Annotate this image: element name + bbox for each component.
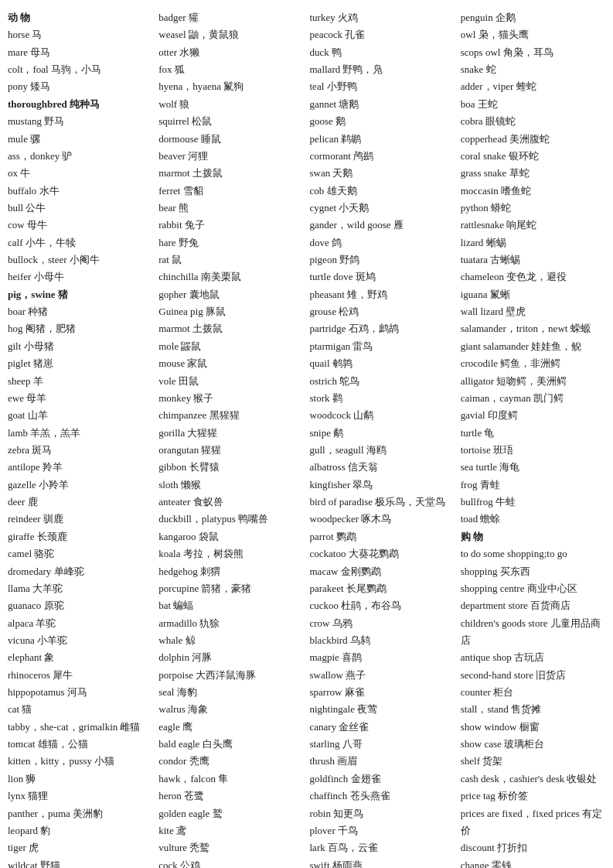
list-item: price tag 标价签: [461, 788, 605, 805]
list-item: kangaroo 袋鼠: [158, 528, 303, 545]
list-item: toad 蟾蜍: [461, 511, 605, 528]
list-item: wolf 狼: [158, 96, 303, 113]
list-item: turtle dove 斑鸠: [310, 268, 455, 285]
list-item: reindeer 驯鹿: [8, 511, 152, 528]
list-item: frog 青蛙: [461, 477, 605, 494]
list-item: horse 马: [8, 26, 152, 43]
list-item: golden eagle 鹫: [158, 805, 303, 822]
list-item: weasel 鼬，黄鼠狼: [158, 26, 303, 43]
list-item: albatross 信天翁: [310, 459, 455, 476]
list-item: pigeon 野鸽: [310, 251, 455, 268]
list-item: mallard 野鸭，凫: [310, 61, 455, 78]
list-item: parrot 鹦鹉: [310, 528, 455, 545]
list-item: cow 母牛: [8, 217, 152, 234]
list-item: elephant 象: [8, 649, 152, 666]
list-item: lizard 蜥蜴: [461, 234, 605, 251]
list-item: camel 骆驼: [8, 545, 152, 562]
list-item: alligator 短吻鳄，美洲鳄: [461, 373, 605, 390]
list-item: giant salamander 娃娃鱼，鲵: [461, 338, 605, 355]
list-item: mare 母马: [8, 44, 152, 61]
list-item: cockatoo 大葵花鹦鹉: [310, 545, 455, 562]
list-item: stall，stand 售货摊: [461, 701, 605, 718]
list-item: deer 鹿: [8, 494, 152, 511]
list-item: gorilla 大猩猩: [158, 425, 303, 442]
list-item: adder，viper 蝰蛇: [461, 78, 605, 95]
list-item: wildcat 野猫: [8, 857, 152, 868]
list-item: nightingale 夜莺: [310, 701, 455, 718]
list-item: rat 鼠: [158, 251, 303, 268]
list-item: kitten，kitty，pussy 小猫: [8, 753, 152, 770]
main-columns: 动 物horse 马mare 母马colt，foal 马驹，小马pony 矮马t…: [8, 9, 605, 868]
list-item: pony 矮马: [8, 78, 152, 95]
list-item: mule 骡: [8, 131, 152, 148]
list-item: whale 鲸: [158, 632, 303, 649]
list-item: parakeet 长尾鹦鹉: [310, 580, 455, 597]
list-item: mouse 家鼠: [158, 355, 303, 372]
list-item: children's goods store 儿童用品商店: [461, 615, 605, 650]
list-item: swallow 燕子: [310, 667, 455, 684]
list-item: woodpecker 啄木鸟: [310, 511, 455, 528]
list-item: Guinea pig 豚鼠: [158, 303, 303, 320]
list-item: vicuna 小羊驼: [8, 632, 152, 649]
list-item: to do some shopping;to go: [461, 545, 605, 562]
list-item: cuckoo 杜鹃，布谷鸟: [310, 597, 455, 614]
list-item: starling 八哥: [310, 736, 455, 753]
list-item: hog 阉猪，肥猪: [8, 320, 152, 337]
list-item: giraffe 长颈鹿: [8, 528, 152, 545]
list-item: llama 大羊驼: [8, 580, 152, 597]
list-item: thrush 画眉: [310, 753, 455, 770]
list-item: boa 王蛇: [461, 96, 605, 113]
list-item: bear 熊: [158, 200, 303, 217]
list-item: cygnet 小天鹅: [310, 200, 455, 217]
list-item: cormorant 鸬鹚: [310, 148, 455, 165]
list-item: mole 鼹鼠: [158, 338, 303, 355]
list-item: crow 乌鸦: [310, 615, 455, 632]
list-item: marmot 土拨鼠: [158, 320, 303, 337]
list-item: caiman，cayman 凯门鳄: [461, 390, 605, 407]
list-item: badger 獾: [158, 9, 303, 26]
list-item: porpoise 大西洋鼠海豚: [158, 667, 303, 684]
list-item: boar 种猪: [8, 303, 152, 320]
list-item: ewe 母羊: [8, 390, 152, 407]
list-item: discount 打折扣: [461, 839, 605, 856]
list-item: zebra 斑马: [8, 442, 152, 459]
list-item: swift 杨雨燕: [310, 857, 455, 868]
list-item: antilope 羚羊: [8, 459, 152, 476]
list-item: snake 蛇: [461, 61, 605, 78]
list-item: gander，wild goose 雁: [310, 217, 455, 234]
list-item: counter 柜台: [461, 684, 605, 701]
list-item: dolphin 河豚: [158, 649, 303, 666]
list-item: dove 鸽: [310, 234, 455, 251]
list-item: kite 鸢: [158, 822, 303, 839]
list-item: armadillo 犰狳: [158, 615, 303, 632]
list-item: stork 鹳: [310, 390, 455, 407]
list-item: gopher 囊地鼠: [158, 286, 303, 303]
list-item: hare 野兔: [158, 234, 303, 251]
list-item: piglet 猪崽: [8, 355, 152, 372]
list-item: turkey 火鸡: [310, 9, 455, 26]
list-item: grouse 松鸡: [310, 303, 455, 320]
list-item: turtle 龟: [461, 425, 605, 442]
list-item: vole 田鼠: [158, 373, 303, 390]
list-item: duck 鸭: [310, 44, 455, 61]
list-item: heifer 小母牛: [8, 268, 152, 285]
list-item: rhinoceros 犀牛: [8, 667, 152, 684]
list-item: shelf 货架: [461, 753, 605, 770]
list-item: pig，swine 猪: [8, 286, 152, 303]
list-item: antique shop 古玩店: [461, 649, 605, 666]
list-item: prices are fixed，fixed prices 有定价: [461, 805, 605, 840]
list-item: iguana 鬣蜥: [461, 286, 605, 303]
list-item: bullfrog 牛蛙: [461, 494, 605, 511]
list-item: thoroughbred 纯种马: [8, 96, 152, 113]
list-item: chinchilla 南美栗鼠: [158, 268, 303, 285]
list-item: coral snake 银环蛇: [461, 148, 605, 165]
list-item: vulture 秃鹫: [158, 839, 303, 856]
list-item: salamander，triton，newt 蝾螈: [461, 320, 605, 337]
list-item: tortoise 班珸: [461, 442, 605, 459]
list-item: koala 考拉，树袋熊: [158, 545, 303, 562]
list-item: condor 秃鹰: [158, 753, 303, 770]
list-item: lark 百鸟，云雀: [310, 839, 455, 856]
list-item: moccasin 嗜鱼蛇: [461, 183, 605, 200]
list-item: show case 玻璃柜台: [461, 736, 605, 753]
list-item: second-hand store 旧货店: [461, 667, 605, 684]
